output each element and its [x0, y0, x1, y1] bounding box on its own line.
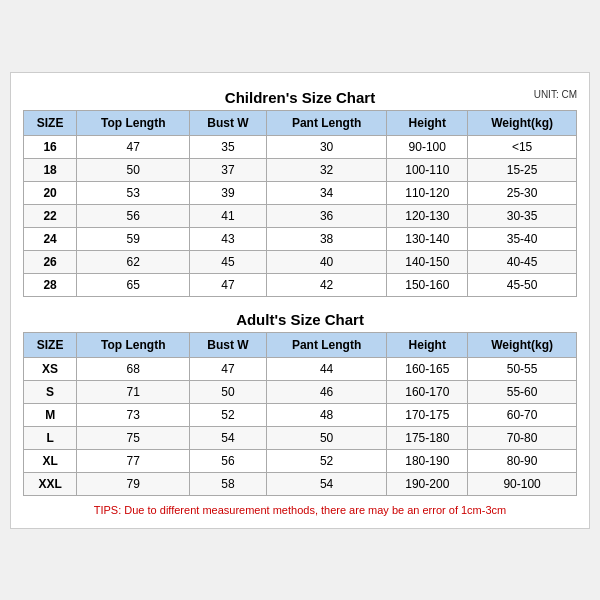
- table-cell: XS: [24, 357, 77, 380]
- table-cell: 40: [266, 250, 387, 273]
- table-cell: 68: [77, 357, 190, 380]
- table-cell: XL: [24, 449, 77, 472]
- adult-col-bust-w: Bust W: [190, 332, 266, 357]
- adult-col-pant-length: Pant Length: [266, 332, 387, 357]
- table-row: 18503732100-11015-25: [24, 158, 577, 181]
- table-cell: 38: [266, 227, 387, 250]
- table-cell: 52: [190, 403, 266, 426]
- children-title-text: Children's Size Chart: [225, 89, 375, 106]
- table-cell: 65: [77, 273, 190, 296]
- table-row: 1647353090-100<15: [24, 135, 577, 158]
- children-table-body: 1647353090-100<1518503732100-11015-25205…: [24, 135, 577, 296]
- table-cell: 20: [24, 181, 77, 204]
- table-cell: 48: [266, 403, 387, 426]
- table-cell: 77: [77, 449, 190, 472]
- table-row: XS684744160-16550-55: [24, 357, 577, 380]
- table-cell: 160-165: [387, 357, 468, 380]
- table-cell: 47: [190, 273, 266, 296]
- table-cell: 59: [77, 227, 190, 250]
- table-cell: 170-175: [387, 403, 468, 426]
- table-cell: <15: [468, 135, 577, 158]
- table-cell: 30: [266, 135, 387, 158]
- table-cell: 130-140: [387, 227, 468, 250]
- table-cell: 58: [190, 472, 266, 495]
- table-cell: 75: [77, 426, 190, 449]
- table-cell: 180-190: [387, 449, 468, 472]
- tips-text: TIPS: Due to different measurement metho…: [23, 504, 577, 516]
- adult-section-title: Adult's Size Chart: [23, 305, 577, 332]
- table-cell: 120-130: [387, 204, 468, 227]
- table-cell: 40-45: [468, 250, 577, 273]
- table-cell: 79: [77, 472, 190, 495]
- table-row: XXL795854190-20090-100: [24, 472, 577, 495]
- children-header-row: SIZE Top Length Bust W Pant Length Heigh…: [24, 110, 577, 135]
- table-cell: 90-100: [468, 472, 577, 495]
- table-cell: 60-70: [468, 403, 577, 426]
- table-cell: 50: [190, 380, 266, 403]
- table-cell: 15-25: [468, 158, 577, 181]
- children-col-height: Height: [387, 110, 468, 135]
- adult-table: SIZE Top Length Bust W Pant Length Heigh…: [23, 332, 577, 496]
- table-cell: 44: [266, 357, 387, 380]
- table-cell: 73: [77, 403, 190, 426]
- table-cell: 50-55: [468, 357, 577, 380]
- adult-header-row: SIZE Top Length Bust W Pant Length Heigh…: [24, 332, 577, 357]
- table-cell: L: [24, 426, 77, 449]
- table-cell: 46: [266, 380, 387, 403]
- table-cell: S: [24, 380, 77, 403]
- table-cell: 34: [266, 181, 387, 204]
- table-cell: 24: [24, 227, 77, 250]
- table-cell: 71: [77, 380, 190, 403]
- table-row: M735248170-17560-70: [24, 403, 577, 426]
- children-table: SIZE Top Length Bust W Pant Length Heigh…: [23, 110, 577, 297]
- adult-col-size: SIZE: [24, 332, 77, 357]
- table-cell: 70-80: [468, 426, 577, 449]
- children-col-weight: Weight(kg): [468, 110, 577, 135]
- table-cell: 47: [77, 135, 190, 158]
- table-cell: 45-50: [468, 273, 577, 296]
- table-row: 26624540140-15040-45: [24, 250, 577, 273]
- table-cell: 110-120: [387, 181, 468, 204]
- table-cell: 18: [24, 158, 77, 181]
- table-row: 22564136120-13030-35: [24, 204, 577, 227]
- table-cell: 175-180: [387, 426, 468, 449]
- chart-container: Children's Size Chart UNIT: CM SIZE Top …: [10, 72, 590, 529]
- adult-title-text: Adult's Size Chart: [236, 311, 364, 328]
- adult-col-top-length: Top Length: [77, 332, 190, 357]
- table-cell: 90-100: [387, 135, 468, 158]
- table-cell: 62: [77, 250, 190, 273]
- table-row: 20533934110-12025-30: [24, 181, 577, 204]
- table-cell: XXL: [24, 472, 77, 495]
- table-cell: 35-40: [468, 227, 577, 250]
- table-cell: 28: [24, 273, 77, 296]
- table-cell: 25-30: [468, 181, 577, 204]
- table-row: XL775652180-19080-90: [24, 449, 577, 472]
- children-col-top-length: Top Length: [77, 110, 190, 135]
- table-cell: 160-170: [387, 380, 468, 403]
- table-cell: 37: [190, 158, 266, 181]
- children-section-title: Children's Size Chart UNIT: CM: [23, 83, 577, 110]
- table-cell: 100-110: [387, 158, 468, 181]
- table-row: 28654742150-16045-50: [24, 273, 577, 296]
- unit-label: UNIT: CM: [534, 89, 577, 100]
- adult-col-height: Height: [387, 332, 468, 357]
- table-cell: 50: [266, 426, 387, 449]
- table-cell: 36: [266, 204, 387, 227]
- table-cell: 45: [190, 250, 266, 273]
- table-cell: 26: [24, 250, 77, 273]
- table-cell: 30-35: [468, 204, 577, 227]
- table-row: S715046160-17055-60: [24, 380, 577, 403]
- table-cell: 47: [190, 357, 266, 380]
- children-col-pant-length: Pant Length: [266, 110, 387, 135]
- adult-col-weight: Weight(kg): [468, 332, 577, 357]
- table-cell: 140-150: [387, 250, 468, 273]
- table-cell: 56: [77, 204, 190, 227]
- table-row: 24594338130-14035-40: [24, 227, 577, 250]
- table-cell: 32: [266, 158, 387, 181]
- table-cell: 54: [190, 426, 266, 449]
- table-cell: 54: [266, 472, 387, 495]
- table-cell: 190-200: [387, 472, 468, 495]
- table-cell: 150-160: [387, 273, 468, 296]
- table-row: L755450175-18070-80: [24, 426, 577, 449]
- table-cell: 80-90: [468, 449, 577, 472]
